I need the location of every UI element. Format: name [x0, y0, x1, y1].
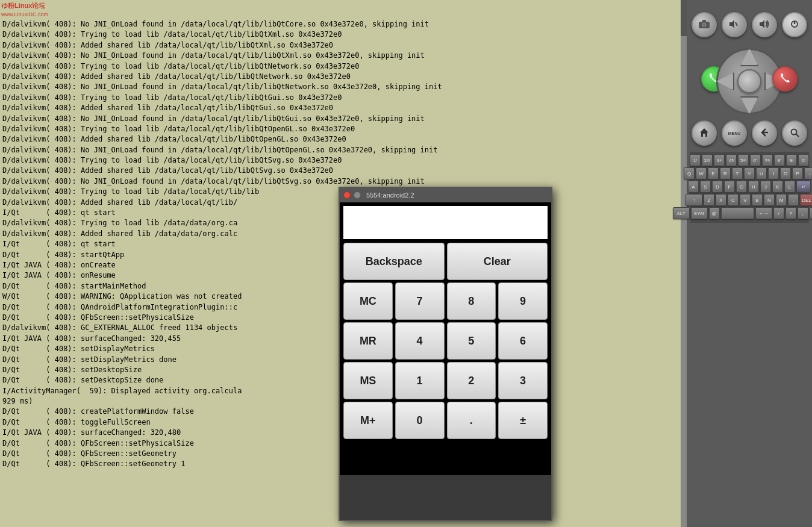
end-call-button[interactable] [772, 66, 798, 92]
num0-button[interactable]: 0 [395, 402, 445, 439]
svg-line-12 [796, 134, 799, 137]
camera-button[interactable] [692, 12, 717, 37]
dot-button[interactable]: . [447, 402, 496, 439]
num6-button[interactable]: 6 [498, 322, 548, 360]
key-v[interactable]: V [740, 194, 751, 206]
key-z[interactable]: Z [704, 194, 714, 206]
key-alt-left[interactable]: ALT [673, 207, 690, 219]
num1-button[interactable]: 1 [395, 362, 445, 399]
key-r[interactable]: R [720, 167, 731, 179]
key-8[interactable]: 8* [774, 154, 785, 166]
key-o[interactable]: O [780, 167, 791, 179]
key-7[interactable]: 7& [762, 154, 773, 166]
key-shift[interactable]: ↑ [686, 194, 702, 206]
power-button[interactable] [782, 12, 807, 37]
key-3[interactable]: 3# [714, 154, 725, 166]
key-u[interactable]: U [756, 167, 767, 179]
key-d[interactable]: D [712, 181, 723, 193]
backspace-button[interactable]: Backspace [343, 243, 445, 280]
mr-button[interactable]: MR [343, 322, 393, 360]
volume-down-button[interactable] [722, 12, 747, 37]
num8-button[interactable]: 8 [447, 282, 496, 320]
mplus-button[interactable]: M+ [343, 402, 393, 439]
plusminus-button[interactable]: ± [498, 402, 548, 439]
key-4[interactable]: 4$ [726, 154, 737, 166]
key-m[interactable]: M [776, 194, 787, 206]
android-window-title: 5554:android2.2 [366, 192, 414, 199]
num9-button[interactable]: 9 [498, 282, 548, 320]
key-x[interactable]: X [716, 194, 726, 206]
key-question[interactable]: ? [785, 207, 796, 219]
key-q[interactable]: Q [684, 167, 695, 179]
menu-label: MENU [728, 131, 741, 136]
num4-button[interactable]: 4 [395, 322, 445, 360]
calc-row-mc-789: MC 7 8 9 [343, 282, 548, 320]
num7-button[interactable]: 7 [395, 282, 445, 320]
num5-button[interactable]: 5 [447, 322, 496, 360]
window-close-button[interactable] [343, 192, 351, 199]
key-minus[interactable]: - [804, 167, 812, 179]
ms-button[interactable]: MS [343, 362, 393, 399]
key-f[interactable]: F [724, 181, 735, 193]
key-i[interactable]: I [768, 167, 779, 179]
key-b[interactable]: B [752, 194, 763, 206]
key-period[interactable]: . [788, 194, 799, 206]
key-k[interactable]: K [772, 181, 783, 193]
svg-point-11 [792, 129, 797, 134]
key-l[interactable]: L [784, 181, 795, 193]
keyboard-row-numbers: 1! 2@ 3# 4$ 5% 6^ 7& 8* 9( 0) [692, 154, 807, 166]
android-titlebar: 5554:android2.2 [340, 188, 551, 202]
key-g[interactable]: G [736, 181, 747, 193]
window-minimize-button[interactable] [354, 192, 361, 199]
key-arrow[interactable]: ←→ [755, 207, 772, 219]
key-p[interactable]: P [792, 167, 803, 179]
num3-button[interactable]: 3 [498, 362, 548, 399]
key-y[interactable]: Y [744, 167, 755, 179]
key-slash[interactable]: / [773, 207, 784, 219]
key-6[interactable]: 6^ [750, 154, 761, 166]
key-2[interactable]: 2@ [702, 154, 713, 166]
key-comma[interactable]: , [798, 207, 808, 219]
calc-row-backspace-clear: Backspace Clear [343, 243, 548, 280]
key-n[interactable]: N [764, 194, 775, 206]
key-t[interactable]: T [732, 167, 743, 179]
android-screen-bottom [340, 445, 551, 475]
svg-marker-9 [700, 128, 708, 137]
search-button[interactable] [782, 120, 807, 146]
menu-button[interactable]: MENU [722, 120, 747, 146]
home-icon [699, 128, 709, 139]
key-a[interactable]: A [688, 181, 699, 193]
calc-row-mr-456: MR 4 5 6 [343, 322, 548, 360]
key-alt-right[interactable]: ALT [810, 207, 813, 219]
key-9[interactable]: 9( [786, 154, 797, 166]
back-button[interactable] [752, 120, 777, 146]
calculator-display [343, 206, 548, 239]
volume-up-button[interactable] [752, 12, 777, 37]
clear-button[interactable]: Clear [447, 243, 548, 280]
key-delete[interactable]: DEL [800, 194, 812, 206]
key-1[interactable]: 1! [690, 154, 701, 166]
key-j[interactable]: J [760, 181, 771, 193]
key-at[interactable]: @ [709, 207, 720, 219]
key-sym[interactable]: SYM [691, 207, 708, 219]
keyboard-row-a: A S D F G H J K L ↵ [692, 181, 807, 193]
dpad-center[interactable] [737, 69, 761, 93]
home-button[interactable] [692, 120, 717, 146]
keyboard-row-z: ↑ Z X C V B N M . DEL [692, 194, 807, 206]
svg-line-5 [735, 22, 737, 26]
key-space[interactable] [721, 207, 754, 219]
key-w[interactable]: W [696, 167, 707, 179]
svg-point-2 [703, 23, 705, 26]
key-0[interactable]: 0) [798, 154, 809, 166]
key-s[interactable]: S [700, 181, 711, 193]
mc-button[interactable]: MC [343, 282, 393, 320]
num2-button[interactable]: 2 [447, 362, 496, 399]
key-h[interactable]: H [748, 181, 759, 193]
key-e[interactable]: E [708, 167, 719, 179]
keyboard-row-q: Q W E R T Y U I O P - [692, 167, 807, 179]
svg-rect-3 [702, 20, 706, 22]
key-5[interactable]: 5% [738, 154, 749, 166]
back-icon [760, 128, 769, 139]
key-c[interactable]: C [728, 194, 739, 206]
key-enter[interactable]: ↵ [796, 181, 811, 193]
